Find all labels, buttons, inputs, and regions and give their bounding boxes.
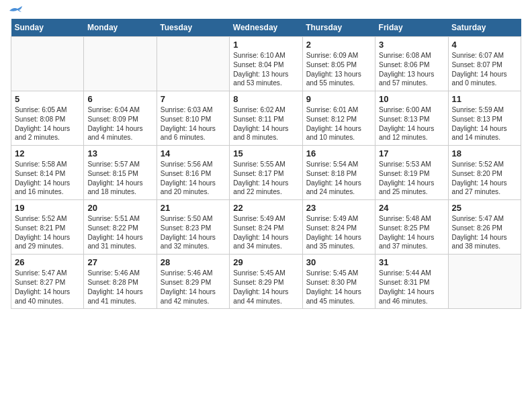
- day-info: Sunrise: 5:48 AM Sunset: 8:25 PM Dayligh…: [379, 214, 444, 251]
- calendar-cell: 25Sunrise: 5:47 AM Sunset: 8:26 PM Dayli…: [448, 200, 521, 255]
- calendar-cell: 3Sunrise: 6:08 AM Sunset: 8:06 PM Daylig…: [375, 37, 448, 91]
- day-info: Sunrise: 5:51 AM Sunset: 8:22 PM Dayligh…: [87, 214, 152, 251]
- day-number: 8: [233, 94, 298, 104]
- day-number: 7: [161, 94, 226, 104]
- calendar-cell: 29Sunrise: 5:45 AM Sunset: 8:29 PM Dayli…: [230, 255, 302, 309]
- day-info: Sunrise: 6:04 AM Sunset: 8:09 PM Dayligh…: [87, 105, 152, 142]
- day-number: 22: [233, 203, 298, 213]
- header-friday: Friday: [375, 19, 448, 37]
- header-wednesday: Wednesday: [230, 19, 302, 37]
- day-number: 25: [452, 203, 517, 213]
- day-number: 18: [452, 148, 517, 158]
- calendar-week-1: 5Sunrise: 6:05 AM Sunset: 8:08 PM Daylig…: [11, 91, 521, 146]
- calendar-week-3: 19Sunrise: 5:52 AM Sunset: 8:21 PM Dayli…: [11, 200, 521, 255]
- calendar-header-row: SundayMondayTuesdayWednesdayThursdayFrid…: [11, 19, 521, 37]
- day-number: 23: [306, 203, 371, 213]
- day-number: 3: [379, 40, 444, 50]
- calendar-cell: 28Sunrise: 5:46 AM Sunset: 8:29 PM Dayli…: [157, 255, 229, 309]
- logo-bird-icon: [8, 5, 23, 16]
- day-number: 24: [379, 203, 444, 213]
- day-number: 30: [306, 257, 371, 267]
- day-info: Sunrise: 5:52 AM Sunset: 8:21 PM Dayligh…: [15, 214, 80, 251]
- day-info: Sunrise: 6:05 AM Sunset: 8:08 PM Dayligh…: [15, 105, 80, 142]
- day-info: Sunrise: 5:49 AM Sunset: 8:24 PM Dayligh…: [233, 214, 298, 251]
- day-number: 1: [233, 40, 298, 50]
- calendar-cell: [11, 37, 84, 91]
- calendar-week-2: 12Sunrise: 5:58 AM Sunset: 8:14 PM Dayli…: [11, 146, 521, 200]
- calendar-cell: 16Sunrise: 5:54 AM Sunset: 8:18 PM Dayli…: [302, 146, 375, 200]
- day-number: 2: [306, 40, 371, 50]
- calendar-cell: 13Sunrise: 5:57 AM Sunset: 8:15 PM Dayli…: [84, 146, 157, 200]
- calendar-cell: 12Sunrise: 5:58 AM Sunset: 8:14 PM Dayli…: [11, 146, 84, 200]
- day-info: Sunrise: 6:02 AM Sunset: 8:11 PM Dayligh…: [233, 105, 298, 142]
- calendar-week-0: 1Sunrise: 6:10 AM Sunset: 8:04 PM Daylig…: [11, 37, 521, 91]
- calendar-week-4: 26Sunrise: 5:47 AM Sunset: 8:27 PM Dayli…: [11, 255, 521, 309]
- calendar-cell: 31Sunrise: 5:44 AM Sunset: 8:31 PM Dayli…: [375, 255, 448, 309]
- day-number: 12: [15, 148, 80, 158]
- day-info: Sunrise: 5:45 AM Sunset: 8:30 PM Dayligh…: [306, 269, 371, 306]
- day-info: Sunrise: 5:49 AM Sunset: 8:24 PM Dayligh…: [306, 214, 371, 251]
- day-number: 21: [161, 203, 226, 213]
- calendar-cell: 8Sunrise: 6:02 AM Sunset: 8:11 PM Daylig…: [230, 91, 302, 146]
- day-info: Sunrise: 6:10 AM Sunset: 8:04 PM Dayligh…: [233, 51, 298, 88]
- day-number: 29: [233, 257, 298, 267]
- day-info: Sunrise: 6:08 AM Sunset: 8:06 PM Dayligh…: [379, 51, 444, 88]
- calendar-table: SundayMondayTuesdayWednesdayThursdayFrid…: [11, 19, 521, 309]
- header-sunday: Sunday: [11, 19, 84, 37]
- calendar-cell: 14Sunrise: 5:56 AM Sunset: 8:16 PM Dayli…: [157, 146, 229, 200]
- day-info: Sunrise: 5:44 AM Sunset: 8:31 PM Dayligh…: [379, 269, 444, 306]
- day-number: 14: [161, 148, 226, 158]
- calendar-cell: 22Sunrise: 5:49 AM Sunset: 8:24 PM Dayli…: [230, 200, 302, 255]
- calendar-cell: 9Sunrise: 6:01 AM Sunset: 8:12 PM Daylig…: [302, 91, 375, 146]
- day-info: Sunrise: 5:55 AM Sunset: 8:17 PM Dayligh…: [233, 160, 298, 197]
- day-number: 16: [306, 148, 371, 158]
- calendar-cell: 5Sunrise: 6:05 AM Sunset: 8:08 PM Daylig…: [11, 91, 84, 146]
- day-info: Sunrise: 5:45 AM Sunset: 8:29 PM Dayligh…: [233, 269, 298, 306]
- header-tuesday: Tuesday: [157, 19, 229, 37]
- day-number: 9: [306, 94, 371, 104]
- calendar-cell: 1Sunrise: 6:10 AM Sunset: 8:04 PM Daylig…: [230, 37, 302, 91]
- calendar-cell: 20Sunrise: 5:51 AM Sunset: 8:22 PM Dayli…: [84, 200, 157, 255]
- day-info: Sunrise: 6:00 AM Sunset: 8:13 PM Dayligh…: [379, 105, 444, 142]
- calendar-cell: 18Sunrise: 5:52 AM Sunset: 8:20 PM Dayli…: [448, 146, 521, 200]
- day-info: Sunrise: 5:47 AM Sunset: 8:27 PM Dayligh…: [15, 269, 80, 306]
- calendar-cell: 11Sunrise: 5:59 AM Sunset: 8:13 PM Dayli…: [448, 91, 521, 146]
- calendar-cell: 19Sunrise: 5:52 AM Sunset: 8:21 PM Dayli…: [11, 200, 84, 255]
- calendar-cell: 4Sunrise: 6:07 AM Sunset: 8:07 PM Daylig…: [448, 37, 521, 91]
- calendar-cell: 21Sunrise: 5:50 AM Sunset: 8:23 PM Dayli…: [157, 200, 229, 255]
- day-number: 10: [379, 94, 444, 104]
- header-thursday: Thursday: [302, 19, 375, 37]
- day-info: Sunrise: 5:58 AM Sunset: 8:14 PM Dayligh…: [15, 160, 80, 197]
- day-info: Sunrise: 6:03 AM Sunset: 8:10 PM Dayligh…: [161, 105, 226, 142]
- day-info: Sunrise: 5:52 AM Sunset: 8:20 PM Dayligh…: [452, 160, 517, 197]
- day-info: Sunrise: 6:09 AM Sunset: 8:05 PM Dayligh…: [306, 51, 371, 88]
- day-number: 5: [15, 94, 80, 104]
- day-info: Sunrise: 6:01 AM Sunset: 8:12 PM Dayligh…: [306, 105, 371, 142]
- day-info: Sunrise: 6:07 AM Sunset: 8:07 PM Dayligh…: [452, 51, 517, 88]
- calendar-cell: 26Sunrise: 5:47 AM Sunset: 8:27 PM Dayli…: [11, 255, 84, 309]
- day-number: 17: [379, 148, 444, 158]
- day-info: Sunrise: 5:50 AM Sunset: 8:23 PM Dayligh…: [161, 214, 226, 251]
- day-info: Sunrise: 5:46 AM Sunset: 8:29 PM Dayligh…: [161, 269, 226, 306]
- calendar-cell: 27Sunrise: 5:46 AM Sunset: 8:28 PM Dayli…: [84, 255, 157, 309]
- day-number: 19: [15, 203, 80, 213]
- calendar-cell: 15Sunrise: 5:55 AM Sunset: 8:17 PM Dayli…: [230, 146, 302, 200]
- calendar-cell: [448, 255, 521, 309]
- day-info: Sunrise: 5:56 AM Sunset: 8:16 PM Dayligh…: [161, 160, 226, 197]
- day-info: Sunrise: 5:47 AM Sunset: 8:26 PM Dayligh…: [452, 214, 517, 251]
- calendar-cell: 10Sunrise: 6:00 AM Sunset: 8:13 PM Dayli…: [375, 91, 448, 146]
- day-number: 15: [233, 148, 298, 158]
- day-info: Sunrise: 5:59 AM Sunset: 8:13 PM Dayligh…: [452, 105, 517, 142]
- day-number: 27: [87, 257, 152, 267]
- calendar-cell: 23Sunrise: 5:49 AM Sunset: 8:24 PM Dayli…: [302, 200, 375, 255]
- day-number: 11: [452, 94, 517, 104]
- day-number: 4: [452, 40, 517, 50]
- day-number: 13: [87, 148, 152, 158]
- calendar-cell: [84, 37, 157, 91]
- calendar-cell: 6Sunrise: 6:04 AM Sunset: 8:09 PM Daylig…: [84, 91, 157, 146]
- day-info: Sunrise: 5:54 AM Sunset: 8:18 PM Dayligh…: [306, 160, 371, 197]
- header-monday: Monday: [84, 19, 157, 37]
- day-number: 28: [161, 257, 226, 267]
- day-number: 26: [15, 257, 80, 267]
- day-info: Sunrise: 5:53 AM Sunset: 8:19 PM Dayligh…: [379, 160, 444, 197]
